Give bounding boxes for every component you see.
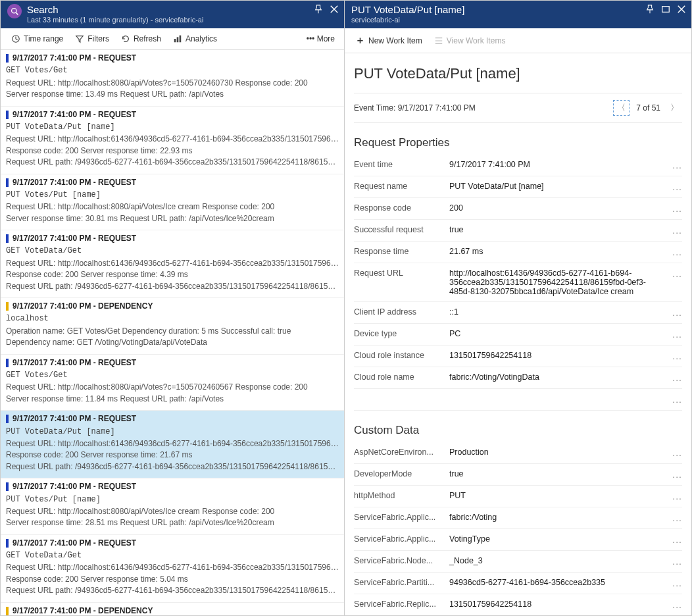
row-heading: 9/17/2017 7:41:00 PM - REQUEST xyxy=(12,233,136,244)
search-result-row[interactable]: 9/17/2017 7:41:00 PM - DEPENDENCYlocalho… xyxy=(1,603,344,615)
row-heading: 9/17/2017 7:41:00 PM - DEPENDENCY xyxy=(12,301,153,312)
property-more-button[interactable]: ... xyxy=(672,469,682,480)
property-row: Client IP address::1... xyxy=(354,302,682,324)
property-more-button[interactable]: ... xyxy=(672,307,682,318)
close-icon[interactable] xyxy=(677,5,686,14)
property-value: 9/17/2017 7:41:00 PM xyxy=(449,160,672,169)
property-key: AspNetCoreEnviron... xyxy=(354,448,449,457)
property-more-button[interactable]: ... xyxy=(672,372,682,383)
property-row: ServiceFabric.Applic...VotingType... xyxy=(354,529,682,551)
more-properties-button[interactable]: ... xyxy=(354,389,682,411)
property-value: 21.67 ms xyxy=(449,247,672,256)
row-method: PUT VoteData/Put [name] xyxy=(6,426,339,438)
refresh-icon xyxy=(121,34,130,43)
property-more-button[interactable]: ... xyxy=(672,203,682,214)
search-result-row[interactable]: 9/17/2017 7:41:00 PM - REQUESTPUT Votes/… xyxy=(1,174,344,231)
property-more-button[interactable]: ... xyxy=(672,225,682,236)
property-more-button[interactable]: ... xyxy=(672,534,682,545)
detail-pane-subtitle: servicefabric-ai xyxy=(351,16,685,24)
pin-icon[interactable] xyxy=(645,5,655,14)
refresh-button[interactable]: Refresh xyxy=(116,32,166,45)
search-result-row[interactable]: 9/17/2017 7:41:00 PM - REQUESTGET Votes/… xyxy=(1,355,344,411)
search-results-list[interactable]: 9/17/2017 7:41:00 PM - REQUESTGET Votes/… xyxy=(1,50,344,615)
property-row: DeveloperModetrue... xyxy=(354,464,682,486)
custom-data-list: AspNetCoreEnviron...Production...Develop… xyxy=(354,442,682,615)
property-key: ServiceFabric.Replic... xyxy=(354,600,449,609)
analytics-button[interactable]: Analytics xyxy=(168,32,222,45)
time-range-label: Time range xyxy=(24,34,63,43)
property-value: PUT xyxy=(449,491,672,500)
request-indicator-icon xyxy=(6,178,9,187)
funnel-icon xyxy=(75,34,84,43)
property-row: ServiceFabric.Partiti...94936cd5-6277-41… xyxy=(354,573,682,594)
property-more-button[interactable]: ... xyxy=(672,182,682,192)
property-key: ServiceFabric.Partiti... xyxy=(354,578,449,587)
row-meta: Request URL path: /94936cd5-6277-4161-b6… xyxy=(6,157,339,168)
request-indicator-icon xyxy=(6,234,9,243)
row-meta: Request URL: http://localhost:61436/9493… xyxy=(6,438,339,449)
property-value: 94936cd5-6277-4161-b694-356ccea2b335 xyxy=(449,578,672,587)
request-indicator-icon xyxy=(6,359,9,367)
property-key: Client IP address xyxy=(354,307,449,317)
pin-icon[interactable] xyxy=(314,5,323,14)
property-key: Response time xyxy=(354,247,449,256)
property-more-button[interactable]: ... xyxy=(672,556,682,567)
property-key: Device type xyxy=(354,329,449,338)
search-result-row[interactable]: 9/17/2017 7:41:00 PM - REQUESTPUT VoteDa… xyxy=(1,107,344,174)
search-result-row[interactable]: 9/17/2017 7:41:00 PM - REQUESTGET VoteDa… xyxy=(1,535,344,603)
property-more-button[interactable]: ... xyxy=(672,448,682,458)
property-value: true xyxy=(449,225,672,234)
row-heading: 9/17/2017 7:41:00 PM - REQUEST xyxy=(12,538,136,549)
prev-button[interactable]: 〈 xyxy=(613,100,630,116)
property-key: Cloud role name xyxy=(354,372,449,382)
property-row: Device typePC... xyxy=(354,324,682,346)
bar-chart-icon xyxy=(173,34,182,43)
row-meta: Request URL path: /94936cd5-6277-4161-b6… xyxy=(6,461,339,473)
more-button[interactable]: ••• More xyxy=(303,32,339,45)
view-work-items-button[interactable]: View Work Items xyxy=(429,34,511,47)
property-value: ::1 xyxy=(449,307,672,317)
next-button[interactable]: 〉 xyxy=(667,101,682,115)
row-meta: Request URL: http://localhost:8080/api/V… xyxy=(6,201,339,213)
row-heading: 9/17/2017 7:41:00 PM - REQUEST xyxy=(12,109,136,120)
row-meta: Request URL path: /94936cd5-6277-4161-b6… xyxy=(6,281,339,292)
request-indicator-icon xyxy=(6,482,9,491)
maximize-icon[interactable] xyxy=(661,5,670,14)
search-result-row[interactable]: 9/17/2017 7:41:00 PM - REQUESTGET VoteDa… xyxy=(1,230,344,298)
new-work-item-button[interactable]: ＋ New Work Item xyxy=(350,32,428,49)
row-meta: Dependency name: GET /Voting/VotingData/… xyxy=(6,337,339,348)
property-key: ServiceFabric.Applic... xyxy=(354,513,449,522)
property-value: PC xyxy=(449,329,672,338)
row-method: PUT Votes/Put [name] xyxy=(6,190,339,201)
property-more-button[interactable]: ... xyxy=(672,269,682,279)
row-meta: Operation name: GET Votes/Get Dependency… xyxy=(6,326,339,337)
property-value: 200 xyxy=(449,203,672,213)
property-more-button[interactable]: ... xyxy=(672,491,682,501)
property-key: Successful request xyxy=(354,225,449,234)
property-more-button[interactable]: ... xyxy=(672,578,682,588)
search-pane-subtitle: Last 33 minutes (1 minute granularity) -… xyxy=(27,16,337,24)
search-result-row[interactable]: 9/17/2017 7:41:00 PM - REQUESTPUT VoteDa… xyxy=(1,411,344,478)
row-method: PUT VoteData/Put [name] xyxy=(6,122,339,133)
property-key: Request name xyxy=(354,182,449,191)
property-more-button[interactable]: ... xyxy=(672,600,682,610)
property-more-button[interactable]: ... xyxy=(672,247,682,257)
property-key: DeveloperMode xyxy=(354,469,449,478)
property-more-button[interactable]: ... xyxy=(672,329,682,340)
property-more-button[interactable]: ... xyxy=(672,513,682,523)
search-result-row[interactable]: 9/17/2017 7:41:00 PM - REQUESTGET Votes/… xyxy=(1,50,344,107)
time-range-button[interactable]: Time range xyxy=(6,32,68,45)
detail-toolbar: ＋ New Work Item View Work Items xyxy=(345,28,691,53)
row-method: GET VoteData/Get xyxy=(6,245,339,257)
event-time-value: 9/17/2017 7:41:00 PM xyxy=(398,103,476,113)
search-result-row[interactable]: 9/17/2017 7:41:00 PM - REQUESTPUT Votes/… xyxy=(1,478,344,535)
filters-button[interactable]: Filters xyxy=(70,32,114,45)
property-more-button[interactable]: ... xyxy=(672,160,682,170)
search-result-row[interactable]: 9/17/2017 7:41:00 PM - DEPENDENCYlocalho… xyxy=(1,298,344,355)
row-meta: Request URL: http://localhost:8080/api/V… xyxy=(6,78,339,89)
property-key: Response code xyxy=(354,203,449,213)
close-icon[interactable] xyxy=(330,5,339,14)
row-method: PUT Votes/Put [name] xyxy=(6,494,339,505)
property-more-button[interactable]: ... xyxy=(672,351,682,361)
row-meta: Response code: 200 Server response time:… xyxy=(6,449,339,461)
